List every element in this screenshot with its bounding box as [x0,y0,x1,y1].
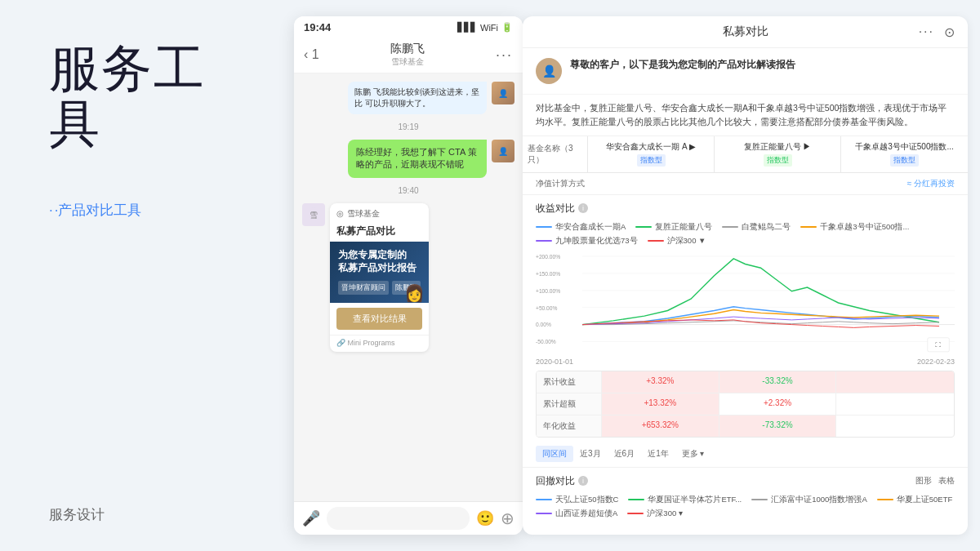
fund-table-header: 基金名称（3只） 华安合鑫大成长一期 A ▶ 指数型 复胜正能量八号 ▶ 指数型… [523,136,968,173]
returns-chart: +200.00% +150.00% +100.00% +50.00% 0.00%… [523,250,968,356]
mini-card: ◎ 雪球基金 私募产品对比 为您专属定制的 私募产品对比报告 晋坤财富顾问 陈鹏… [330,203,429,352]
nav-formula-label: 净值计算方式 [536,178,585,189]
legend-item-5: 九坤股票量化优选73号 [536,236,638,247]
emoji-icon[interactable]: 🙂 [476,509,494,527]
dividend-reinvest-label[interactable]: ≈ 分红再投资 [907,178,955,189]
chart-view-button[interactable]: 图形 [915,475,932,487]
stats-row-cumulative: 累计收益 +3.32% -33.32% [537,371,954,393]
cumulative-col1: +3.32% [602,371,719,393]
excess-label: 累计超额 [537,393,602,415]
drawdown-legend-2: 华夏国证半导体芯片ETF... [628,495,742,505]
svg-text:雪: 雪 [310,211,318,220]
mini-card-header: ◎ 雪球基金 [330,203,429,224]
user-bubble: 陈经理好，我想了解下 CTA 策略的产品，近期表现不错呢 [348,140,487,178]
avatar-face: 👤 [492,140,514,162]
view-toggle: 图形 表格 [915,475,955,487]
legend-item-3: 白鹭鲲鸟二号 [722,222,791,233]
phone-chat-header: ‹ 1 陈鹏飞 雪球基金 ··· [294,37,523,73]
drawdown-legend-4: 华夏上证50ETF [877,495,953,505]
user-avatar-2: 👤 [492,140,514,162]
add-icon[interactable]: ⊕ [501,509,514,528]
contact-name: 陈鹏飞 [390,42,425,56]
svg-text:+100.00%: +100.00% [536,287,560,293]
chart-date-end: 2022-02-23 [917,358,955,366]
tab-3month[interactable]: 近3月 [573,446,608,462]
drawdown-legend-3: 汇添富中证1000指数增强A [751,495,866,505]
status-icons: ▋▋▋ WiFi 🔋 [457,22,513,33]
phone-mockup: 19:44 ▋▋▋ WiFi 🔋 ‹ 1 陈鹏飞 雪球基金 ··· 陈鹏 飞我能… [294,16,523,535]
compare-intro: 对比基金中，复胜正能量八号、华安合鑫大成长一期A和千象卓越3号中证500指数增强… [523,95,968,136]
table-view-button[interactable]: 表格 [938,475,955,487]
drawdown-legend-6: 沪深300 ▾ [627,509,683,519]
user-avatar-right: 👤 [492,82,514,104]
fund-table-col1: 华安合鑫大成长一期 A ▶ 指数型 [588,136,715,172]
contact-sub: 雪球基金 [390,56,425,68]
tab-more[interactable]: 更多 ▾ [675,446,711,462]
time-tabs: 同区间 近3月 近6月 近1年 更多 ▾ [523,441,968,468]
mini-card-source-icon: ◎ [336,209,344,218]
chat-message-bot: 雪 ◎ 雪球基金 私募产品对比 为您专属定制的 私募产品对比报告 晋坤财富顾问 … [302,203,514,352]
right-panel-header: 私募对比 ··· ⊙ [523,16,968,48]
drawdown-section: 回撤对比 i 图形 表格 [523,468,968,491]
right-panel-title: 私募对比 [723,24,768,39]
legend-area: 华安合鑫成长一期A 复胜正能量八号 白鹭鲲鸟二号 千象卓越3号中证500指...… [523,219,968,250]
cumulative-col3 [836,371,954,393]
chart-date-start: 2020-01-01 [536,358,573,366]
stats-row-excess: 累计超额 +13.32% +2.32% [537,393,954,415]
signal-icon: ▋▋▋ [457,22,477,33]
fund-tag-2: 指数型 [764,154,792,167]
more-button[interactable]: ··· [496,47,513,64]
legend-item-4: 千象卓越3号中证500指... [800,222,909,233]
greeting-title: 尊敬的客户，以下是我为您定制的产品对比解读报告 [570,58,955,72]
mini-programs-label: 🔗 Mini Programs [336,339,395,347]
chart-dates: 2020-01-01 2022-02-23 [523,356,968,367]
stats-table: 累计收益 +3.32% -33.32% 累计超额 +13.32% +2.32% … [536,371,955,438]
annualized-col3 [836,415,954,437]
svg-text:⛶: ⛶ [935,341,942,349]
annualized-label: 年化收益 [537,415,602,437]
voice-icon[interactable]: 🎤 [302,509,320,527]
fund-table-col3: 千象卓越3号中证500指数... 指数型 [841,136,968,172]
product-label[interactable]: ·产品对比工具 [49,201,245,220]
legend-item-2: 复胜正能量八号 [635,222,712,233]
returns-info-icon[interactable]: i [578,203,588,213]
battery-icon: 🔋 [501,22,513,33]
annualized-col2: -73.32% [719,415,837,437]
phone-status-bar: 19:44 ▋▋▋ WiFi 🔋 [294,16,523,37]
returns-chart-svg: +200.00% +150.00% +100.00% +50.00% 0.00%… [536,250,955,356]
drawdown-legend-1: 天弘上证50指数C [536,495,618,505]
stats-row-annualized: 年化收益 +653.32% -73.32% [537,415,954,437]
phone-input-bar: 🎤 🙂 ⊕ [294,501,523,535]
svg-text:+50.00%: +50.00% [536,304,557,310]
excess-col3 [836,393,954,415]
more-options-icon[interactable]: ··· [919,24,934,39]
mini-card-title: 私募产品对比 [330,224,429,242]
drawdown-title: 回撤对比 i [536,474,588,488]
fund-table-col0: 基金名称（3只） [523,136,588,172]
banner-text-1: 为您专属定制的 私募产品对比报告 [338,249,421,274]
chat-message-user: 陈经理好，我想了解下 CTA 策略的产品，近期表现不错呢 👤 [302,140,514,178]
tab-same-period[interactable]: 同区间 [536,446,573,462]
message-input[interactable] [327,507,470,530]
drawdown-legend: 天弘上证50指数C 华夏国证半导体芯片ETF... 汇添富中证1000指数增强A… [523,491,968,522]
tab-6month[interactable]: 近6月 [608,446,642,462]
mini-card-source: 雪球基金 [347,208,380,220]
excess-col1: +13.32% [602,393,719,415]
drawdown-info-icon[interactable]: i [578,476,588,486]
wifi-icon: WiFi [480,23,498,33]
excess-col2: +2.32% [719,393,837,415]
timestamp-2: 19:40 [302,186,514,195]
contact-info: 陈鹏飞 雪球基金 [390,42,425,68]
tab-1year[interactable]: 近1年 [641,446,675,462]
right-header-icons: ··· ⊙ [919,24,955,40]
target-icon[interactable]: ⊙ [944,24,955,40]
prev-bubble: 陈鹏 飞我能比较剑谈到这进来，坚比 可以升职聊大了。 [348,82,487,114]
banner-person-icon: 👩 [404,283,425,303]
service-design-label: 服务设计 [49,220,245,524]
main-title: 服务工具 [49,41,245,152]
returns-section-title: 收益对比 i [523,195,968,219]
back-button[interactable]: ‹ 1 [304,47,319,62]
mini-card-button[interactable]: 查看对比结果 [336,308,422,330]
svg-text:0.00%: 0.00% [536,322,551,327]
mini-card-banner: 为您专属定制的 私募产品对比报告 晋坤财富顾问 陈鹏飞 👩 [330,242,429,303]
